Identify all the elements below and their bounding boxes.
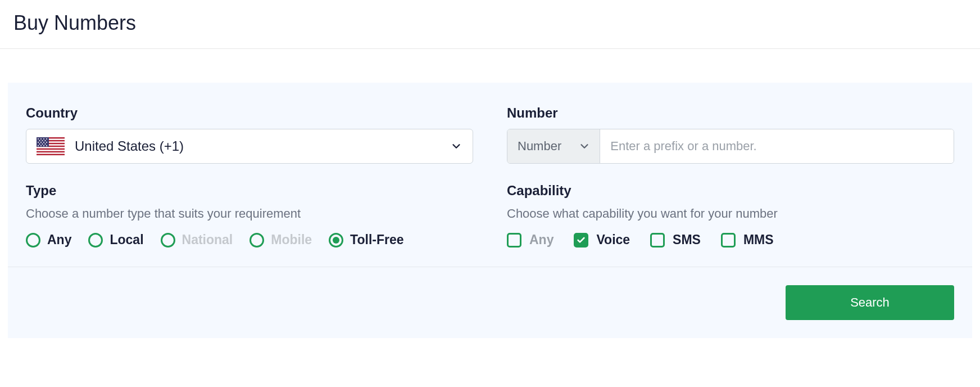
number-field: Number Number xyxy=(507,105,954,164)
search-button[interactable]: Search xyxy=(786,285,954,320)
capability-check-label: Voice xyxy=(596,232,630,248)
capability-check-sms[interactable]: SMS xyxy=(650,232,701,248)
type-label: Type xyxy=(26,183,473,199)
country-label: Country xyxy=(26,105,473,121)
capability-check-mms[interactable]: MMS xyxy=(721,232,774,248)
type-radio-tollfree[interactable]: Toll-Free xyxy=(329,232,403,248)
checkbox-icon xyxy=(650,233,665,248)
svg-point-10 xyxy=(43,138,44,140)
svg-point-18 xyxy=(46,142,47,143)
radio-icon xyxy=(26,233,40,248)
capability-options: Any Voice SMS MMS xyxy=(507,232,954,248)
type-radio-mobile[interactable]: Mobile xyxy=(249,232,312,248)
type-radio-label: Local xyxy=(110,232,143,248)
radio-dot-icon xyxy=(333,237,339,244)
form-footer: Search xyxy=(8,267,972,320)
checkbox-icon xyxy=(507,233,521,248)
country-field: Country xyxy=(26,105,473,164)
us-flag-icon xyxy=(37,137,65,155)
svg-point-9 xyxy=(40,138,42,140)
svg-point-25 xyxy=(46,145,47,146)
svg-point-22 xyxy=(38,145,39,146)
type-sub: Choose a number type that suits your req… xyxy=(26,206,473,221)
page-title: Buy Numbers xyxy=(13,11,967,35)
svg-rect-6 xyxy=(37,152,65,154)
svg-point-8 xyxy=(38,138,39,140)
svg-point-24 xyxy=(43,145,44,146)
country-selected-text: United States (+1) xyxy=(75,138,450,154)
radio-icon xyxy=(249,233,264,248)
capability-field: Capability Choose what capability you wa… xyxy=(507,183,954,248)
type-options: Any Local National Mobile Toll-Free xyxy=(26,232,473,248)
capability-label: Capability xyxy=(507,183,954,199)
type-radio-label: Toll-Free xyxy=(350,232,403,248)
svg-point-11 xyxy=(46,138,47,140)
capability-check-label: Any xyxy=(529,232,553,248)
capability-sub: Choose what capability you want for your… xyxy=(507,206,954,221)
radio-icon xyxy=(329,233,343,248)
chevron-down-icon xyxy=(578,140,591,152)
number-type-text: Number xyxy=(518,139,561,154)
type-radio-label: Any xyxy=(47,232,71,248)
type-field: Type Choose a number type that suits you… xyxy=(26,183,473,248)
svg-point-19 xyxy=(39,143,40,145)
capability-check-label: SMS xyxy=(673,232,701,248)
svg-rect-5 xyxy=(37,150,65,151)
capability-check-voice[interactable]: Voice xyxy=(574,232,630,248)
checkbox-icon xyxy=(574,233,588,248)
number-type-select[interactable]: Number xyxy=(507,129,600,163)
page-header: Buy Numbers xyxy=(0,0,980,49)
svg-point-23 xyxy=(40,145,42,146)
checkbox-icon xyxy=(721,233,736,248)
radio-icon xyxy=(88,233,103,248)
svg-point-21 xyxy=(45,143,46,145)
type-radio-any[interactable]: Any xyxy=(26,232,71,248)
row-type-capability: Type Choose a number type that suits you… xyxy=(26,183,954,248)
number-label: Number xyxy=(507,105,954,121)
capability-check-any[interactable]: Any xyxy=(507,232,553,248)
row-country-number: Country xyxy=(26,105,954,164)
svg-point-15 xyxy=(38,142,39,143)
svg-point-14 xyxy=(45,140,46,141)
type-radio-local[interactable]: Local xyxy=(88,232,143,248)
svg-point-16 xyxy=(40,142,42,143)
type-radio-label: National xyxy=(182,232,233,248)
type-radio-national[interactable]: National xyxy=(161,232,233,248)
svg-point-17 xyxy=(43,142,44,143)
svg-point-13 xyxy=(42,140,43,141)
checkmark-icon xyxy=(577,236,586,245)
number-input[interactable] xyxy=(600,129,954,163)
svg-rect-4 xyxy=(37,147,65,148)
country-select[interactable]: United States (+1) xyxy=(26,129,473,164)
chevron-down-icon xyxy=(450,140,462,152)
buy-numbers-form: Country xyxy=(8,83,972,338)
number-input-group: Number xyxy=(507,129,954,164)
svg-point-12 xyxy=(39,140,40,141)
capability-check-label: MMS xyxy=(743,232,774,248)
radio-icon xyxy=(161,233,175,248)
type-radio-label: Mobile xyxy=(271,232,312,248)
svg-point-20 xyxy=(42,143,43,145)
